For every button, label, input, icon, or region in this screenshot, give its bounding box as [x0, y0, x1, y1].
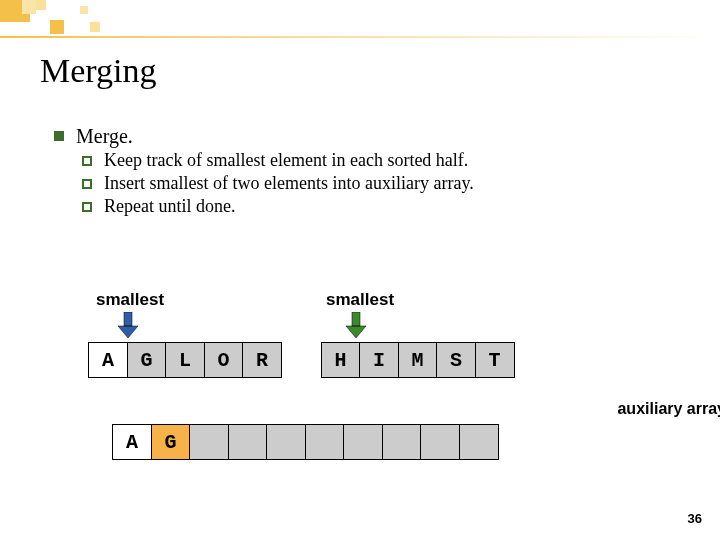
smallest-label-right: smallest [326, 290, 394, 310]
aux-cell: A [112, 424, 152, 460]
top-rule [0, 36, 720, 38]
left-cell: R [242, 342, 282, 378]
hollow-square-bullet-icon [82, 202, 92, 212]
square-bullet-icon [54, 131, 64, 141]
aux-cell [266, 424, 306, 460]
aux-array: A G [112, 424, 648, 460]
svg-rect-0 [124, 312, 132, 326]
svg-marker-5 [346, 326, 366, 338]
hollow-square-bullet-icon [82, 156, 92, 166]
aux-cell [459, 424, 499, 460]
corner-decoration [0, 0, 140, 36]
svg-rect-4 [352, 312, 360, 326]
svg-marker-1 [118, 326, 138, 338]
aux-cell [228, 424, 268, 460]
left-cell: A [88, 342, 128, 378]
merge-point-2: Insert smallest of two elements into aux… [104, 173, 474, 194]
aux-cell: G [151, 424, 191, 460]
hollow-square-bullet-icon [82, 179, 92, 189]
arrow-down-green-icon [344, 312, 368, 340]
left-cell: O [204, 342, 244, 378]
right-cell: M [398, 342, 438, 378]
aux-cell [420, 424, 460, 460]
merge-diagram: smallest smallest A G L O R H I M S T A … [88, 290, 648, 460]
slide-title: Merging [40, 52, 156, 90]
page-number: 36 [688, 511, 702, 526]
right-cell: I [359, 342, 399, 378]
aux-cell [189, 424, 229, 460]
left-cell: L [165, 342, 205, 378]
merge-point-3: Repeat until done. [104, 196, 235, 217]
right-cell: T [475, 342, 515, 378]
smallest-label-left: smallest [96, 290, 164, 310]
aux-cell [382, 424, 422, 460]
right-cell: H [321, 342, 361, 378]
arrow-down-blue-icon [116, 312, 140, 340]
content-block: Merge. Keep track of smallest element in… [54, 125, 654, 217]
aux-array-label: auxiliary array [617, 400, 720, 418]
merge-point-1: Keep track of smallest element in each s… [104, 150, 468, 171]
aux-cell [305, 424, 345, 460]
aux-cell [343, 424, 383, 460]
right-cell: S [436, 342, 476, 378]
merge-heading: Merge. [76, 125, 133, 148]
left-cell: G [127, 342, 167, 378]
input-arrays: A G L O R H I M S T [88, 342, 648, 378]
